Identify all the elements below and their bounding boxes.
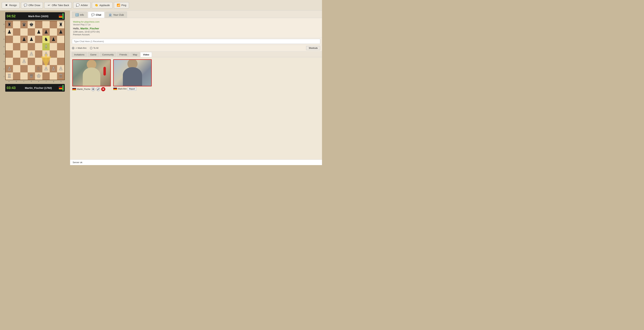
square-b2[interactable] [13, 65, 20, 72]
username-text: Martin_Fischer [80, 27, 99, 30]
square-c8[interactable]: ♛ [20, 21, 28, 28]
square-e1[interactable]: ♔ [35, 72, 42, 80]
square-g2[interactable]: ♙ [50, 65, 57, 72]
file-labels: a b c d e f g h [5, 80, 65, 82]
square-a3[interactable] [6, 58, 13, 65]
square-h5[interactable] [57, 43, 64, 50]
square-c6[interactable]: ♟ [20, 36, 28, 43]
square-e4[interactable] [35, 50, 42, 58]
applaud-icon: 👏 [94, 3, 98, 7]
square-e3[interactable] [35, 58, 42, 65]
square-f5[interactable]: ♗ [42, 43, 50, 50]
square-f7[interactable]: ♟ [42, 28, 50, 36]
square-d6[interactable]: ♟ [28, 36, 35, 43]
square-g4[interactable] [50, 50, 57, 58]
sub-tab-game[interactable]: Game [88, 52, 99, 57]
video-name-1: Martin_Fische [77, 88, 90, 90]
square-e7[interactable]: ♟ [35, 28, 42, 36]
report-button[interactable]: Report [128, 87, 136, 91]
square-d7[interactable] [28, 28, 35, 36]
server-status: Server ok [70, 159, 322, 165]
right-panel: ℹ️ Info 💬 Chat 🏛️ Your Club Waiting for … [70, 10, 322, 165]
square-a6[interactable] [6, 36, 13, 43]
radio-to-all[interactable]: To All [90, 47, 98, 49]
chess-board-wrapper: 8 7 6 5 4 3 2 1 ♜ ♛ ♚ ♜ ♟ [5, 21, 65, 80]
square-g1[interactable] [50, 72, 57, 80]
video-controls-1: Martin_Fische ⚙ 🎤 ✖ [72, 87, 111, 91]
square-h7[interactable]: ♟ [57, 28, 64, 36]
square-g6[interactable]: ♟ [50, 36, 57, 43]
square-c5[interactable] [20, 43, 28, 50]
version-text: Version Play 17.1e [73, 23, 319, 26]
square-c1[interactable] [20, 72, 28, 80]
square-h4[interactable] [57, 50, 64, 58]
square-a4[interactable] [6, 50, 13, 58]
sub-tab-invitations[interactable]: Invitations [72, 52, 87, 57]
square-d3[interactable] [28, 58, 35, 65]
square-e6[interactable] [35, 36, 42, 43]
chess-board[interactable]: ♜ ♛ ♚ ♜ ♟ ♟ ♟ ♟ ♟ ♟ [5, 21, 65, 80]
square-e2[interactable]: ♘ [35, 65, 42, 72]
sub-tab-video[interactable]: Video [140, 52, 152, 57]
square-h2[interactable]: ♙ [57, 65, 64, 72]
square-b5[interactable] [13, 43, 20, 50]
square-a2[interactable]: ♙ [6, 65, 13, 72]
square-b4[interactable] [13, 50, 20, 58]
square-a8[interactable]: ♜ [6, 21, 13, 28]
shortcuts-button[interactable]: Shortcuts [306, 46, 320, 50]
arbiter-button[interactable]: 💭 Arbiter [73, 2, 90, 8]
square-d2[interactable] [28, 65, 35, 72]
tab-your-club[interactable]: 🏛️ Your Club [105, 11, 127, 18]
square-b1[interactable] [13, 72, 20, 80]
sub-tab-friends[interactable]: Friends [117, 52, 130, 57]
arbiter-icon: 💭 [76, 3, 80, 7]
square-g3[interactable] [50, 58, 57, 65]
square-g7[interactable] [50, 28, 57, 36]
sub-tab-community[interactable]: Community [100, 52, 116, 57]
resign-button[interactable]: ✖ Resign [2, 2, 20, 8]
square-b7[interactable] [13, 28, 20, 36]
offer-takeback-button[interactable]: ↩ Offer Take Back [44, 2, 72, 8]
square-h1[interactable]: ♖ [57, 72, 64, 80]
square-d4[interactable]: ♙ [28, 50, 35, 58]
offer-draw-button[interactable]: 💬 Offer Draw [21, 2, 43, 8]
square-d5[interactable] [28, 43, 35, 50]
square-g5[interactable] [50, 43, 57, 50]
video-settings-btn-1[interactable]: ⚙ [91, 87, 95, 91]
square-c2[interactable] [20, 65, 28, 72]
chat-input[interactable] [72, 39, 320, 44]
square-f4[interactable]: ♙ [42, 50, 50, 58]
square-f2[interactable]: ♙ [42, 65, 50, 72]
radio-mark-finn[interactable]: -> Mark-finn [72, 47, 86, 49]
square-h8[interactable]: ♜ [57, 21, 64, 28]
square-d1[interactable]: ♕ [28, 72, 35, 80]
square-g8[interactable] [50, 21, 57, 28]
chat-content: Waiting for playchess.com Version Play 1… [70, 18, 322, 165]
square-d8[interactable]: ♚ [28, 21, 35, 28]
square-b3[interactable] [13, 58, 20, 65]
square-a5[interactable] [6, 43, 13, 50]
square-h6[interactable] [57, 36, 64, 43]
square-f1[interactable] [42, 72, 50, 80]
square-e8[interactable] [35, 21, 42, 28]
square-b8[interactable] [13, 21, 20, 28]
video-close-btn-1[interactable]: ✖ [101, 87, 105, 91]
video-mic-btn-1[interactable]: 🎤 [96, 87, 100, 91]
square-c4[interactable] [20, 50, 28, 58]
square-f8[interactable] [42, 21, 50, 28]
tab-chat[interactable]: 💬 Chat [88, 11, 104, 18]
square-b6[interactable] [13, 36, 20, 43]
main-content: 04:52 Mark-finn (1620) 8 7 6 5 4 3 2 1 ♜ [0, 10, 322, 165]
square-f6[interactable]: ♞ [42, 36, 50, 43]
applaud-button[interactable]: 👏 Applaude [92, 2, 112, 8]
square-a7[interactable]: ♟ [6, 28, 13, 36]
square-a1[interactable]: ♖ [6, 72, 13, 80]
square-c7[interactable] [20, 28, 28, 36]
square-h3[interactable] [57, 58, 64, 65]
sub-tab-map[interactable]: Map [130, 52, 140, 57]
ping-button[interactable]: 📶 Ping [114, 2, 129, 8]
square-e5[interactable] [35, 43, 42, 50]
square-c3[interactable]: ♙ [20, 58, 28, 65]
tab-info[interactable]: ℹ️ Info [72, 11, 87, 18]
square-f3[interactable] [42, 58, 50, 65]
